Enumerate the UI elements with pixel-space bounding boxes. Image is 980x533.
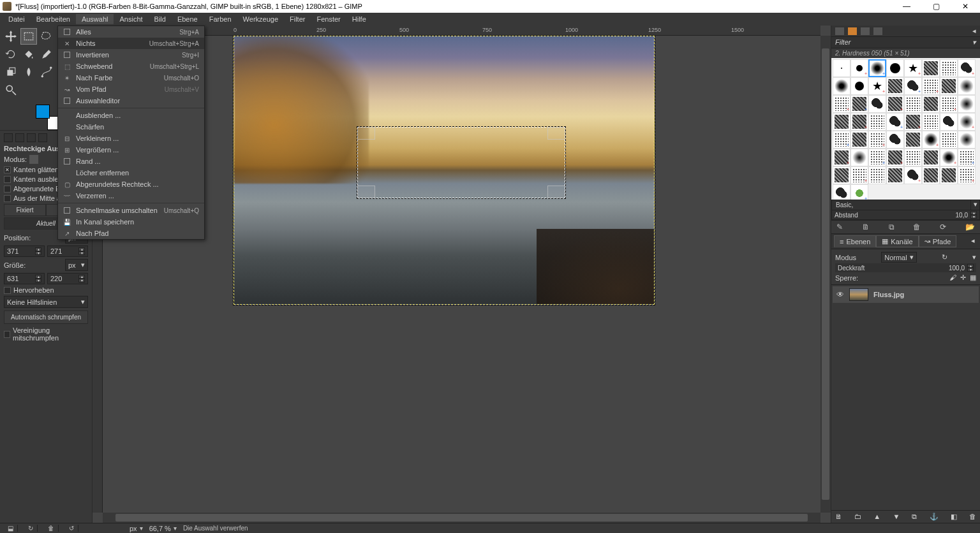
sb-icon-4[interactable]: ↺ [65,525,78,532]
brush-cell[interactable]: + [868,149,886,166]
visibility-icon[interactable]: 👁 [836,290,844,299]
menu-item-verkleinern-[interactable]: ⊟Verkleinern ... [58,133,204,144]
brush-cell[interactable] [958,77,976,95]
menu-item-nach-farbe[interactable]: ✴Nach FarbeUmschalt+O [58,72,204,84]
menu-filter[interactable]: Filter [284,14,311,24]
brush-cell[interactable] [850,77,868,95]
brush-cell[interactable]: + [958,59,976,77]
menu-item-l-cher-entfernen[interactable]: Löcher entfernen [58,167,204,179]
brush-cell[interactable]: + [958,166,976,184]
lock-pixel-icon[interactable]: 🖌 [949,274,956,282]
brush-cell[interactable] [833,184,850,200]
brush-cell[interactable] [886,77,904,95]
menu-ansicht[interactable]: Ansicht [114,14,148,24]
menu-auswahl[interactable]: Auswahl [76,14,114,24]
menu-item-ausblenden-[interactable]: Ausblenden ... [58,110,204,121]
brush-cell[interactable]: + [868,131,886,149]
sb-unit[interactable]: px ▾ [130,525,143,532]
maximize-button[interactable]: ▢ [921,0,951,13]
menu-fenster[interactable]: Fenster [311,14,346,24]
brush-cell[interactable]: + [850,59,868,77]
size-h-input[interactable]: 220▴▾ [47,273,88,284]
brush-cell[interactable] [868,95,886,113]
menu-farben[interactable]: Farben [204,14,237,24]
brush-cell[interactable]: + [904,166,922,184]
feather-checkbox[interactable] [4,176,11,183]
mode-replace-icon[interactable] [29,155,38,164]
menu-item-schwebend[interactable]: ⬚SchwebendUmschalt+Strg+L [58,61,204,72]
from-center-checkbox[interactable] [4,195,11,202]
brush-cell[interactable]: + [922,77,940,95]
menu-item-rand-[interactable]: Rand ... [58,156,204,167]
tool-smudge[interactable] [20,64,37,80]
canvas-image[interactable] [234,36,655,305]
layer-group-icon[interactable]: 🗀 [854,513,861,521]
menu-item-nichts[interactable]: ✕NichtsUmschalt+Strg+A [58,38,204,49]
tab-brushes-icon[interactable] [835,27,844,35]
brush-cell[interactable]: + [886,113,904,131]
tool-path[interactable] [38,64,55,80]
brush-cell[interactable]: + [868,59,886,77]
tool-free-select[interactable] [38,28,55,45]
menu-item-in-kanal-speichern[interactable]: 💾In Kanal speichern [58,216,204,228]
sb-zoom[interactable]: 66,7 % ▾ [149,525,177,532]
minimize-button[interactable]: — [892,0,921,13]
opt-tab-icon[interactable] [38,133,47,142]
brush-cell[interactable] [868,166,886,184]
brush-cell[interactable]: ★+ [904,59,922,77]
layer-dup-icon[interactable]: ⧉ [912,513,917,521]
pos-y-input[interactable]: 271▴▾ [47,245,88,257]
scrollbar-vertical[interactable] [820,36,831,513]
brush-spacing[interactable]: Abstand 10,0 ▴▾ [831,210,980,220]
brush-cell[interactable]: + [886,95,904,113]
sb-icon-2[interactable]: ↻ [24,525,38,532]
tool-zoom[interactable] [3,82,19,98]
menu-bild[interactable]: Bild [149,14,172,24]
mode-switch-icon[interactable]: ↻ [942,253,947,261]
scrollbar-horizontal[interactable] [103,513,820,523]
menu-item-abgerundetes-rechteck-[interactable]: ▢Abgerundetes Rechteck ... [58,179,204,190]
pos-x-input[interactable]: 371▴▾ [4,245,45,257]
layer-delete-icon[interactable]: 🗑 [969,513,976,521]
brush-cell[interactable]: + [850,113,868,131]
brush-cell[interactable] [922,113,940,131]
rounded-checkbox[interactable] [4,186,11,193]
brush-cell[interactable] [833,77,850,95]
brush-cell[interactable] [940,113,958,131]
brush-edit-icon[interactable]: ✎ [836,223,843,231]
brush-cell[interactable]: + [850,184,868,200]
brush-cell[interactable] [922,166,940,184]
brush-cell[interactable]: + [922,131,940,149]
brush-cell[interactable]: ★+ [868,77,886,95]
brush-cell[interactable] [958,95,976,113]
brush-cell[interactable] [940,77,958,95]
sb-icon-1[interactable]: ⬓ [4,525,18,532]
brush-cell[interactable]: + [958,113,976,131]
brush-del-icon[interactable]: 🗑 [913,223,921,231]
lock-alpha-icon[interactable]: ▦ [970,274,976,282]
menu-item-schnellmaske-umschalten[interactable]: Schnellmaske umschaltenUmschalt+Q [58,205,204,216]
brush-new-icon[interactable]: 🗎 [862,223,870,231]
menu-item-alles[interactable]: AllesStrg+A [58,26,204,38]
sb-icon-3[interactable]: 🗑 [44,525,59,532]
brush-dup-icon[interactable]: ⧉ [889,223,895,231]
lock-pos-icon[interactable]: ✛ [960,274,966,282]
brush-cell[interactable] [850,149,868,166]
ruler-horizontal[interactable]: 0250500750100012501500 [103,26,820,36]
menu-item-invertieren[interactable]: InvertierenStrg+I [58,49,204,61]
layer-mask-icon[interactable]: ◧ [951,513,957,521]
layer-down-icon[interactable]: ▼ [893,513,900,521]
size-unit[interactable]: px▾ [65,259,88,271]
sel-handle-tr[interactable] [547,127,565,140]
brush-cell[interactable] [940,59,958,77]
brush-cell[interactable]: + [850,166,868,184]
brush-cell[interactable] [958,131,976,149]
tool-pencil[interactable] [38,46,55,62]
fixed-toggle[interactable]: Fixiert [4,204,46,216]
brush-cell[interactable]: + [904,113,922,131]
brush-cell[interactable]: + [940,149,958,166]
menu-bearbeiten[interactable]: Bearbeiten [31,14,76,24]
brush-preset[interactable]: Basic,▾ [831,200,980,210]
brush-open-icon[interactable]: 📂 [965,223,975,231]
layer-tab-menu-icon[interactable]: ◂ [969,235,977,247]
